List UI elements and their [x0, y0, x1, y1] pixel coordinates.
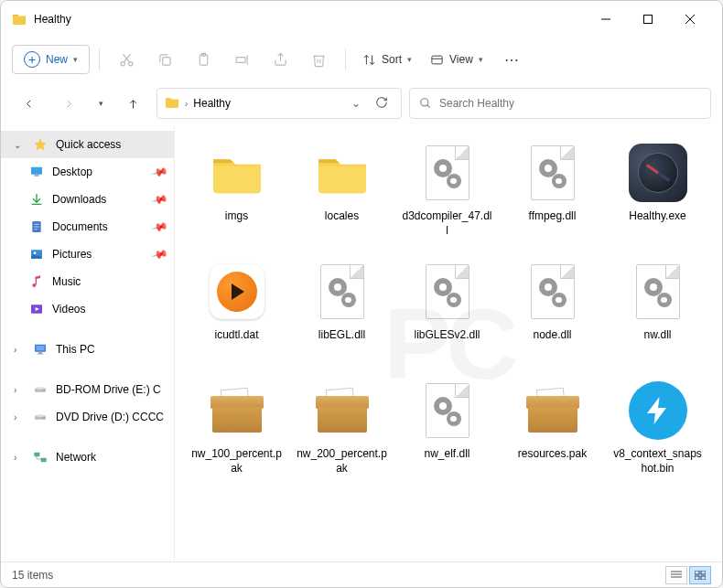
- close-button[interactable]: [669, 5, 711, 34]
- videos-icon: [28, 301, 45, 317]
- view-button[interactable]: View ▾: [423, 48, 491, 72]
- chevron-down-icon: ▾: [479, 55, 483, 64]
- file-item[interactable]: locales: [289, 134, 394, 253]
- search-box[interactable]: [409, 88, 711, 119]
- chevron-down-icon: ▾: [73, 55, 78, 64]
- icons-view-button[interactable]: [689, 566, 711, 584]
- svg-point-44: [35, 387, 46, 390]
- dll-icon: [309, 259, 375, 325]
- file-item[interactable]: resources.pak: [500, 372, 605, 491]
- file-item[interactable]: imgs: [184, 134, 289, 253]
- plus-icon: +: [24, 51, 40, 68]
- breadcrumb-item[interactable]: Healthy: [193, 97, 231, 110]
- svg-rect-1: [644, 16, 653, 24]
- new-button[interactable]: + New ▾: [12, 45, 90, 74]
- file-item[interactable]: v8_context_snapshot.bin: [605, 372, 710, 491]
- details-view-button[interactable]: [665, 566, 687, 584]
- sidebar-network[interactable]: › Network: [1, 444, 174, 471]
- sidebar-item-videos[interactable]: Videos: [1, 295, 174, 323]
- svg-rect-18: [432, 56, 442, 64]
- network-icon: [32, 449, 49, 465]
- file-label: locales: [325, 209, 359, 224]
- sidebar-item-label: Desktop: [52, 166, 92, 178]
- file-item[interactable]: libEGL.dll: [289, 253, 394, 372]
- separator: [345, 48, 346, 70]
- file-item[interactable]: icudtl.dat: [184, 253, 289, 372]
- sidebar-item-documents[interactable]: Documents📌: [1, 213, 174, 241]
- folder-icon: [165, 95, 179, 112]
- search-icon: [419, 97, 432, 110]
- box-icon: [520, 378, 586, 444]
- delete-button[interactable]: [301, 43, 336, 76]
- dll-icon: [415, 259, 480, 325]
- sidebar-item-label: Downloads: [52, 193, 106, 206]
- file-item[interactable]: nw_200_percent.pak: [289, 372, 394, 491]
- svg-rect-25: [34, 175, 38, 176]
- chevron-right-icon: ›: [14, 412, 25, 422]
- new-label: New: [46, 53, 68, 66]
- file-grid[interactable]: PC imgslocalesd3dcompiler_47.dllffmpeg.d…: [175, 125, 722, 561]
- sort-button[interactable]: Sort ▾: [355, 48, 419, 72]
- share-button[interactable]: [263, 43, 297, 76]
- search-input[interactable]: [439, 97, 701, 110]
- up-button[interactable]: [116, 87, 149, 120]
- more-button[interactable]: ⋯: [494, 43, 529, 76]
- file-label: imgs: [225, 209, 248, 224]
- recent-button[interactable]: ▾: [92, 87, 109, 120]
- sidebar-quick-access[interactable]: ⌄ Quick access: [1, 131, 174, 158]
- sidebar-drive[interactable]: ›BD-ROM Drive (E:) C: [1, 376, 174, 403]
- file-label: icudtl.dat: [214, 328, 258, 343]
- back-button[interactable]: [12, 87, 45, 120]
- file-item[interactable]: d3dcompiler_47.dll: [394, 134, 500, 253]
- sidebar-item-music[interactable]: Music: [1, 268, 174, 295]
- sidebar-item-label: Documents: [52, 220, 108, 233]
- sidebar-item-downloads[interactable]: Downloads📌: [1, 186, 174, 213]
- compass-icon: [625, 140, 691, 206]
- sidebar-item-pictures[interactable]: Pictures📌: [1, 241, 174, 268]
- sidebar-item-desktop[interactable]: Desktop📌: [1, 158, 174, 186]
- forward-button[interactable]: [52, 87, 85, 120]
- copy-button[interactable]: [147, 43, 182, 76]
- svg-rect-41: [38, 354, 44, 355]
- file-label: nw_100_percent.pak: [191, 447, 283, 476]
- address-bar[interactable]: › Healthy ⌄: [156, 88, 402, 119]
- rename-button[interactable]: [224, 43, 259, 76]
- svg-point-4: [121, 61, 124, 65]
- file-item[interactable]: Healthy.exe: [605, 134, 710, 253]
- chevron-right-icon: ›: [185, 99, 188, 109]
- file-item[interactable]: ffmpeg.dll: [500, 134, 605, 253]
- dll-icon: [520, 259, 586, 325]
- file-item[interactable]: nw_100_percent.pak: [184, 372, 289, 491]
- file-item[interactable]: nw.dll: [605, 253, 710, 372]
- cut-button[interactable]: [109, 43, 144, 76]
- titlebar[interactable]: Healthy: [1, 1, 722, 37]
- sidebar-this-pc[interactable]: › This PC: [1, 336, 174, 363]
- maximize-button[interactable]: [627, 5, 669, 34]
- chevron-down-icon[interactable]: ⌄: [348, 97, 364, 110]
- downloads-icon: [28, 191, 45, 208]
- svg-rect-54: [701, 571, 706, 574]
- star-icon: [32, 136, 49, 153]
- folder-icon: [204, 140, 270, 206]
- minimize-button[interactable]: [585, 5, 627, 34]
- file-item[interactable]: node.dll: [500, 253, 605, 372]
- pc-icon: [32, 341, 49, 358]
- svg-rect-11: [236, 57, 245, 62]
- svg-rect-8: [162, 57, 170, 64]
- file-item[interactable]: libGLESv2.dll: [394, 253, 500, 372]
- refresh-button[interactable]: [370, 96, 394, 112]
- body: ⌄ Quick access Desktop📌Downloads📌Documen…: [1, 125, 722, 561]
- file-label: nw.dll: [643, 328, 671, 343]
- svg-point-5: [128, 61, 132, 65]
- file-label: nw_elf.dll: [424, 447, 469, 462]
- svg-point-46: [43, 417, 44, 418]
- explorer-window: Healthy + New ▾ Sort ▾ View ▾ ⋯: [0, 0, 723, 588]
- file-label: ffmpeg.dll: [529, 209, 577, 224]
- box-icon: [204, 378, 270, 444]
- svg-line-7: [123, 54, 129, 62]
- sidebar-item-label: Music: [52, 275, 81, 288]
- file-item[interactable]: nw_elf.dll: [394, 372, 500, 491]
- sidebar-drive[interactable]: ›DVD Drive (D:) CCCC: [1, 403, 174, 431]
- paste-button[interactable]: [186, 43, 221, 76]
- box-icon: [309, 378, 375, 444]
